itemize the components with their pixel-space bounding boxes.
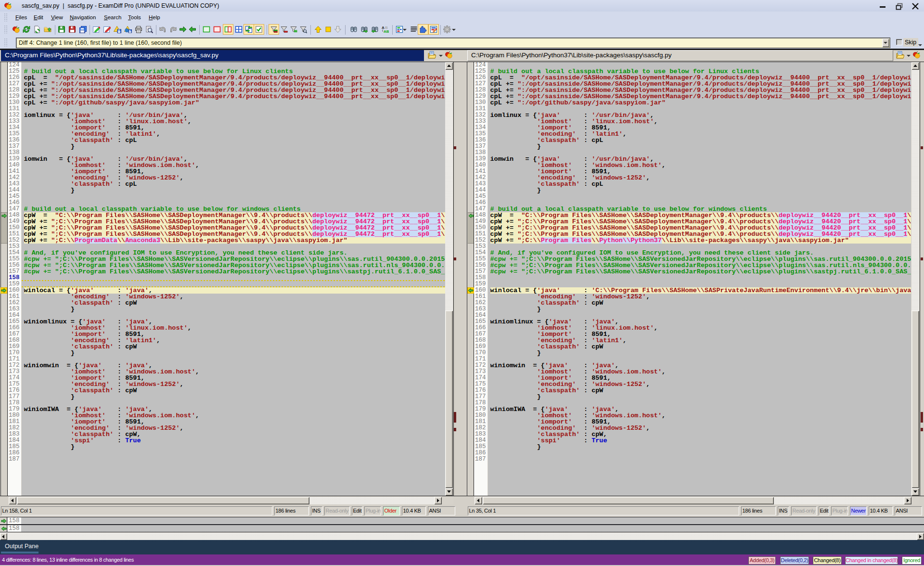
svg-text:AB: AB [384,29,389,33]
